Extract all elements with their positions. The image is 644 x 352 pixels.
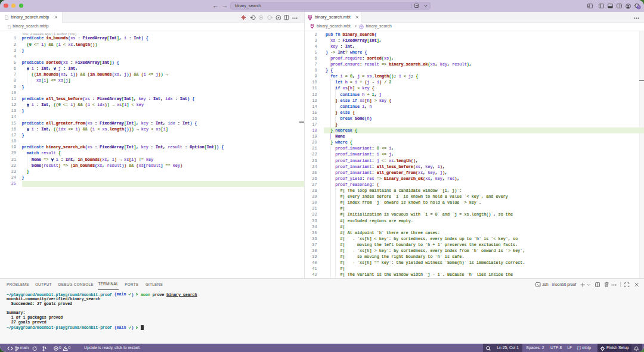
svg-text:1: 1 bbox=[638, 5, 640, 9]
